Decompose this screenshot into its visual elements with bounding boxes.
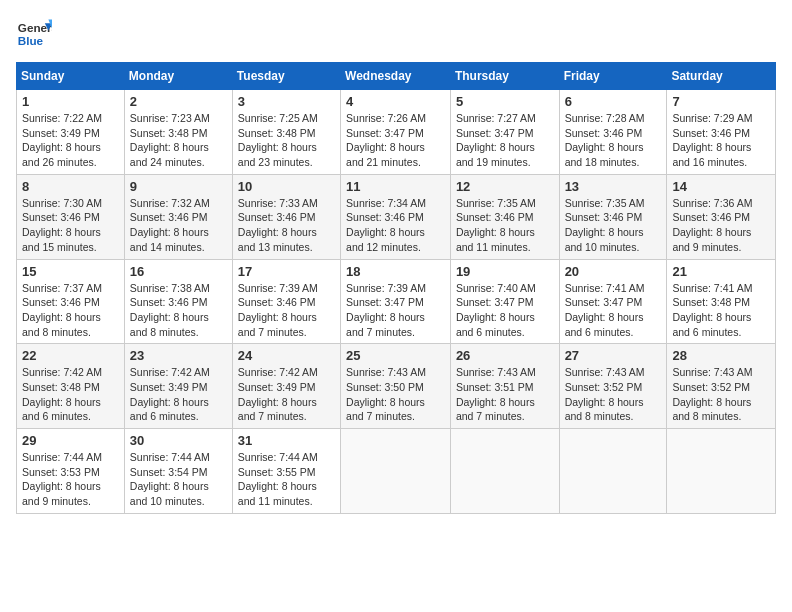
day-info: Sunrise: 7:39 AM Sunset: 3:47 PM Dayligh…	[346, 281, 445, 340]
day-info: Sunrise: 7:40 AM Sunset: 3:47 PM Dayligh…	[456, 281, 554, 340]
calendar-cell: 4Sunrise: 7:26 AM Sunset: 3:47 PM Daylig…	[341, 90, 451, 175]
day-info: Sunrise: 7:43 AM Sunset: 3:50 PM Dayligh…	[346, 365, 445, 424]
calendar-cell: 17Sunrise: 7:39 AM Sunset: 3:46 PM Dayli…	[232, 259, 340, 344]
day-number: 13	[565, 179, 662, 194]
day-number: 25	[346, 348, 445, 363]
day-number: 24	[238, 348, 335, 363]
day-info: Sunrise: 7:26 AM Sunset: 3:47 PM Dayligh…	[346, 111, 445, 170]
day-info: Sunrise: 7:43 AM Sunset: 3:52 PM Dayligh…	[565, 365, 662, 424]
day-number: 3	[238, 94, 335, 109]
day-number: 11	[346, 179, 445, 194]
day-info: Sunrise: 7:44 AM Sunset: 3:53 PM Dayligh…	[22, 450, 119, 509]
day-number: 7	[672, 94, 770, 109]
calendar-cell: 18Sunrise: 7:39 AM Sunset: 3:47 PM Dayli…	[341, 259, 451, 344]
day-info: Sunrise: 7:34 AM Sunset: 3:46 PM Dayligh…	[346, 196, 445, 255]
day-number: 2	[130, 94, 227, 109]
calendar-cell: 27Sunrise: 7:43 AM Sunset: 3:52 PM Dayli…	[559, 344, 667, 429]
day-number: 26	[456, 348, 554, 363]
day-info: Sunrise: 7:43 AM Sunset: 3:51 PM Dayligh…	[456, 365, 554, 424]
day-info: Sunrise: 7:44 AM Sunset: 3:54 PM Dayligh…	[130, 450, 227, 509]
day-info: Sunrise: 7:35 AM Sunset: 3:46 PM Dayligh…	[456, 196, 554, 255]
day-number: 16	[130, 264, 227, 279]
day-number: 5	[456, 94, 554, 109]
col-sunday: Sunday	[17, 63, 125, 90]
calendar-cell	[450, 429, 559, 514]
day-info: Sunrise: 7:39 AM Sunset: 3:46 PM Dayligh…	[238, 281, 335, 340]
logo: General Blue	[16, 16, 52, 52]
day-info: Sunrise: 7:23 AM Sunset: 3:48 PM Dayligh…	[130, 111, 227, 170]
calendar-cell: 29Sunrise: 7:44 AM Sunset: 3:53 PM Dayli…	[17, 429, 125, 514]
day-number: 27	[565, 348, 662, 363]
day-number: 28	[672, 348, 770, 363]
day-number: 31	[238, 433, 335, 448]
col-wednesday: Wednesday	[341, 63, 451, 90]
calendar-cell	[341, 429, 451, 514]
day-number: 4	[346, 94, 445, 109]
day-info: Sunrise: 7:22 AM Sunset: 3:49 PM Dayligh…	[22, 111, 119, 170]
day-info: Sunrise: 7:41 AM Sunset: 3:47 PM Dayligh…	[565, 281, 662, 340]
calendar-cell: 14Sunrise: 7:36 AM Sunset: 3:46 PM Dayli…	[667, 174, 776, 259]
calendar-cell: 31Sunrise: 7:44 AM Sunset: 3:55 PM Dayli…	[232, 429, 340, 514]
day-number: 6	[565, 94, 662, 109]
col-thursday: Thursday	[450, 63, 559, 90]
svg-text:Blue: Blue	[18, 34, 44, 47]
calendar-cell: 19Sunrise: 7:40 AM Sunset: 3:47 PM Dayli…	[450, 259, 559, 344]
calendar-cell	[559, 429, 667, 514]
calendar-cell: 8Sunrise: 7:30 AM Sunset: 3:46 PM Daylig…	[17, 174, 125, 259]
day-number: 21	[672, 264, 770, 279]
calendar-cell: 5Sunrise: 7:27 AM Sunset: 3:47 PM Daylig…	[450, 90, 559, 175]
logo-icon: General Blue	[16, 16, 52, 52]
calendar-cell	[667, 429, 776, 514]
calendar-cell: 28Sunrise: 7:43 AM Sunset: 3:52 PM Dayli…	[667, 344, 776, 429]
col-saturday: Saturday	[667, 63, 776, 90]
calendar-cell: 23Sunrise: 7:42 AM Sunset: 3:49 PM Dayli…	[124, 344, 232, 429]
calendar-cell: 24Sunrise: 7:42 AM Sunset: 3:49 PM Dayli…	[232, 344, 340, 429]
day-info: Sunrise: 7:42 AM Sunset: 3:48 PM Dayligh…	[22, 365, 119, 424]
day-number: 30	[130, 433, 227, 448]
calendar-week-row: 22Sunrise: 7:42 AM Sunset: 3:48 PM Dayli…	[17, 344, 776, 429]
calendar-cell: 16Sunrise: 7:38 AM Sunset: 3:46 PM Dayli…	[124, 259, 232, 344]
day-info: Sunrise: 7:30 AM Sunset: 3:46 PM Dayligh…	[22, 196, 119, 255]
day-number: 8	[22, 179, 119, 194]
calendar-week-row: 15Sunrise: 7:37 AM Sunset: 3:46 PM Dayli…	[17, 259, 776, 344]
calendar-week-row: 8Sunrise: 7:30 AM Sunset: 3:46 PM Daylig…	[17, 174, 776, 259]
calendar-cell: 22Sunrise: 7:42 AM Sunset: 3:48 PM Dayli…	[17, 344, 125, 429]
day-info: Sunrise: 7:42 AM Sunset: 3:49 PM Dayligh…	[130, 365, 227, 424]
day-number: 23	[130, 348, 227, 363]
day-number: 9	[130, 179, 227, 194]
calendar-cell: 10Sunrise: 7:33 AM Sunset: 3:46 PM Dayli…	[232, 174, 340, 259]
header-row: Sunday Monday Tuesday Wednesday Thursday…	[17, 63, 776, 90]
day-number: 15	[22, 264, 119, 279]
day-info: Sunrise: 7:32 AM Sunset: 3:46 PM Dayligh…	[130, 196, 227, 255]
calendar-cell: 11Sunrise: 7:34 AM Sunset: 3:46 PM Dayli…	[341, 174, 451, 259]
calendar-table: Sunday Monday Tuesday Wednesday Thursday…	[16, 62, 776, 514]
calendar-cell: 12Sunrise: 7:35 AM Sunset: 3:46 PM Dayli…	[450, 174, 559, 259]
day-info: Sunrise: 7:25 AM Sunset: 3:48 PM Dayligh…	[238, 111, 335, 170]
calendar-body: 1Sunrise: 7:22 AM Sunset: 3:49 PM Daylig…	[17, 90, 776, 514]
day-info: Sunrise: 7:41 AM Sunset: 3:48 PM Dayligh…	[672, 281, 770, 340]
day-number: 22	[22, 348, 119, 363]
day-info: Sunrise: 7:43 AM Sunset: 3:52 PM Dayligh…	[672, 365, 770, 424]
day-number: 12	[456, 179, 554, 194]
calendar-cell: 26Sunrise: 7:43 AM Sunset: 3:51 PM Dayli…	[450, 344, 559, 429]
calendar-week-row: 29Sunrise: 7:44 AM Sunset: 3:53 PM Dayli…	[17, 429, 776, 514]
calendar-cell: 3Sunrise: 7:25 AM Sunset: 3:48 PM Daylig…	[232, 90, 340, 175]
calendar-cell: 30Sunrise: 7:44 AM Sunset: 3:54 PM Dayli…	[124, 429, 232, 514]
day-info: Sunrise: 7:28 AM Sunset: 3:46 PM Dayligh…	[565, 111, 662, 170]
calendar-cell: 21Sunrise: 7:41 AM Sunset: 3:48 PM Dayli…	[667, 259, 776, 344]
day-info: Sunrise: 7:33 AM Sunset: 3:46 PM Dayligh…	[238, 196, 335, 255]
calendar-cell: 6Sunrise: 7:28 AM Sunset: 3:46 PM Daylig…	[559, 90, 667, 175]
day-info: Sunrise: 7:36 AM Sunset: 3:46 PM Dayligh…	[672, 196, 770, 255]
day-number: 1	[22, 94, 119, 109]
day-info: Sunrise: 7:38 AM Sunset: 3:46 PM Dayligh…	[130, 281, 227, 340]
day-number: 20	[565, 264, 662, 279]
col-friday: Friday	[559, 63, 667, 90]
calendar-cell: 2Sunrise: 7:23 AM Sunset: 3:48 PM Daylig…	[124, 90, 232, 175]
day-info: Sunrise: 7:44 AM Sunset: 3:55 PM Dayligh…	[238, 450, 335, 509]
calendar-cell: 7Sunrise: 7:29 AM Sunset: 3:46 PM Daylig…	[667, 90, 776, 175]
calendar-cell: 9Sunrise: 7:32 AM Sunset: 3:46 PM Daylig…	[124, 174, 232, 259]
day-info: Sunrise: 7:27 AM Sunset: 3:47 PM Dayligh…	[456, 111, 554, 170]
col-monday: Monday	[124, 63, 232, 90]
calendar-cell: 13Sunrise: 7:35 AM Sunset: 3:46 PM Dayli…	[559, 174, 667, 259]
svg-text:General: General	[18, 21, 52, 34]
